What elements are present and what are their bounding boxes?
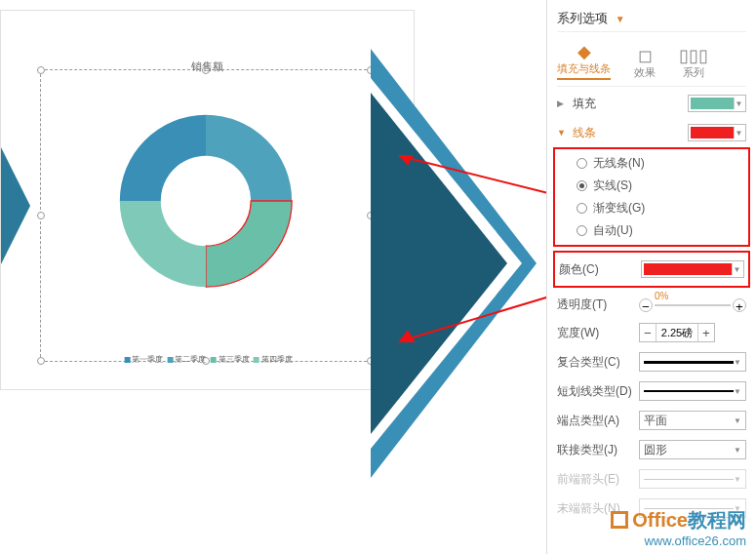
- watermark-brand: 教程网: [688, 509, 746, 531]
- line-color-row: 颜色(C) ▼: [559, 256, 744, 283]
- transparency-row: 透明度(T) − 0% +: [557, 292, 746, 318]
- cap-type-dropdown[interactable]: 平面▼: [639, 411, 746, 430]
- pane-title: 系列选项: [557, 11, 608, 25]
- legend-item: 第四季度: [261, 355, 293, 364]
- increment-button[interactable]: +: [733, 298, 746, 312]
- annotation-arrow: [390, 146, 566, 205]
- watermark: Office教程网 www.office26.com: [611, 507, 746, 548]
- transparency-slider[interactable]: 0%: [655, 304, 731, 306]
- resize-handle[interactable]: [37, 66, 45, 74]
- decrement-button[interactable]: −: [639, 298, 653, 312]
- section-label: 线条: [573, 125, 596, 141]
- width-stepper[interactable]: − +: [639, 323, 715, 342]
- width-row: 宽度(W) − +: [557, 318, 746, 347]
- compound-type-dropdown[interactable]: ▼: [639, 352, 746, 372]
- section-label: 填充: [573, 96, 596, 112]
- option-gradient-line[interactable]: 渐变线(G): [577, 197, 744, 219]
- option-no-line[interactable]: 无线条(N): [577, 152, 744, 175]
- slide-canvas[interactable]: 销售额 第一季度 第二季度 第三季度 第四季度: [0, 10, 415, 390]
- chevron-down-icon[interactable]: ▼: [616, 14, 625, 24]
- cap-type-row: 端点类型(A) 平面▼: [557, 406, 746, 435]
- logo-icon: [611, 511, 628, 529]
- begin-arrow-row: 前端箭头(E) ▼: [557, 464, 746, 494]
- decrement-button[interactable]: −: [640, 324, 656, 341]
- paint-bucket-icon: ◆: [557, 42, 611, 61]
- fill-color-picker[interactable]: ▼: [688, 95, 746, 112]
- width-input[interactable]: [656, 324, 698, 341]
- line-color-quick-picker[interactable]: ▼: [688, 124, 746, 141]
- legend-item: 第一季度: [132, 355, 163, 364]
- compound-type-row: 复合类型(C) ▼: [557, 347, 746, 376]
- dash-type-dropdown[interactable]: ▼: [639, 381, 746, 401]
- option-solid-line[interactable]: 实线(S): [577, 175, 744, 197]
- resize-handle[interactable]: [37, 212, 45, 219]
- chart-title[interactable]: 销售额: [191, 59, 223, 74]
- pane-title-row[interactable]: 系列选项 ▼: [557, 6, 746, 32]
- series-icon: ▯▯▯: [679, 46, 708, 65]
- format-pane: 系列选项 ▼ ◆ 填充与线条 ◻ 效果 ▯▯▯ 系列 ▶ 填充 ▼ ▼ 线条 ▼: [546, 0, 756, 554]
- chevron-down-icon: ▼: [734, 98, 743, 109]
- option-auto-line[interactable]: 自动(U): [577, 219, 744, 242]
- decorative-triangle-left: [1, 147, 30, 264]
- chevron-down-icon: ▼: [734, 127, 743, 138]
- begin-arrow-dropdown: ▼: [639, 469, 746, 489]
- chevron-down-icon: ▼: [732, 263, 741, 275]
- donut-chart[interactable]: [103, 99, 308, 303]
- caret-down-icon: ▼: [557, 128, 567, 138]
- legend-item: 第三季度: [219, 355, 250, 364]
- svg-marker-9: [400, 156, 412, 164]
- resize-handle[interactable]: [37, 357, 45, 365]
- annotation-triangle: [371, 49, 537, 478]
- svg-marker-11: [400, 332, 414, 341]
- dash-type-row: 短划线类型(D) ▼: [557, 376, 746, 406]
- join-type-dropdown[interactable]: 圆形▼: [639, 440, 746, 459]
- section-line[interactable]: ▼ 线条 ▼: [557, 116, 746, 145]
- effects-icon: ◻: [634, 46, 656, 65]
- selected-data-point[interactable]: [206, 201, 292, 287]
- tab-effects[interactable]: ◻ 效果: [634, 46, 656, 80]
- increment-button[interactable]: +: [698, 324, 714, 341]
- legend-item: 第二季度: [175, 355, 206, 364]
- chart-legend[interactable]: 第一季度 第二季度 第三季度 第四季度: [122, 354, 293, 365]
- line-color-picker[interactable]: ▼: [641, 260, 744, 278]
- tab-series[interactable]: ▯▯▯ 系列: [679, 46, 708, 80]
- svg-line-8: [400, 156, 556, 195]
- join-type-row: 联接类型(J) 圆形▼: [557, 435, 746, 464]
- section-fill[interactable]: ▶ 填充 ▼: [557, 87, 746, 116]
- caret-right-icon: ▶: [557, 99, 567, 108]
- watermark-url: www.office26.com: [611, 534, 746, 548]
- tab-fill-and-line[interactable]: ◆ 填充与线条: [557, 42, 611, 80]
